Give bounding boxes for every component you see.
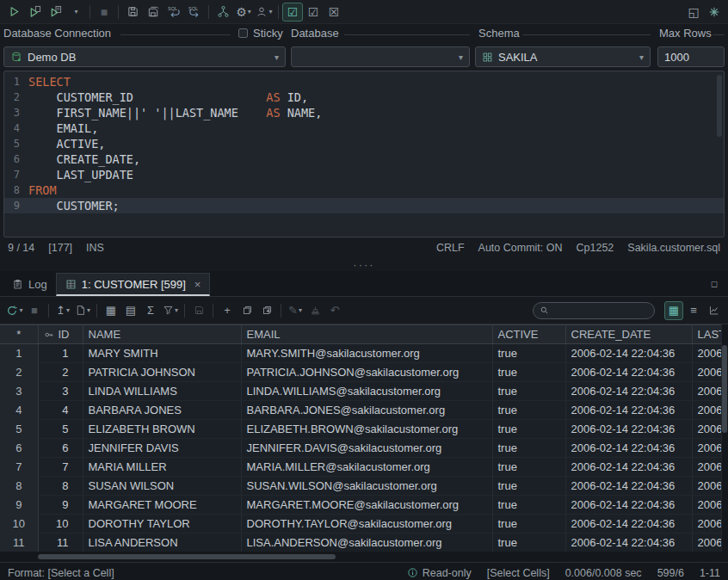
run-options-button[interactable]: ▾ <box>65 3 86 22</box>
copy-row-button[interactable] <box>238 302 256 319</box>
editor-vertical-scrollbar[interactable] <box>717 75 722 137</box>
active-cell[interactable]: true <box>492 401 565 420</box>
id-cell[interactable]: 1 <box>38 344 83 363</box>
active-cell[interactable]: true <box>492 496 565 515</box>
run-button[interactable] <box>3 3 24 22</box>
stop-button[interactable]: ■ <box>94 3 114 22</box>
header-email[interactable]: EMAIL <box>241 325 492 344</box>
editor-line[interactable]: 2 CUSTOMER_ID AS ID, <box>4 89 724 105</box>
splitter-grip[interactable]: ···· <box>353 258 374 271</box>
id-cell[interactable]: 9 <box>38 496 83 515</box>
editor-line[interactable]: 9 CUSTOMER; <box>4 198 724 213</box>
create-date-cell[interactable]: 2006-02-14 22:04:36 <box>565 382 692 401</box>
table-row[interactable]: 33LINDA WILLIAMSLINDA.WILLIAMS@sakilacus… <box>0 382 728 401</box>
table-row[interactable]: 22PATRICIA JOHNSONPATRICIA.JOHNSON@sakil… <box>0 363 728 382</box>
name-cell[interactable]: LISA ANDERSON <box>83 534 241 552</box>
create-date-cell[interactable]: 2006-02-14 22:04:36 <box>565 420 692 439</box>
name-cell[interactable]: ELIZABETH BROWN <box>83 420 241 439</box>
settings-menu-button[interactable]: ⚙ ▾ <box>233 3 254 22</box>
save-all-button[interactable] <box>143 3 163 22</box>
create-date-cell[interactable]: 2006-02-14 22:04:36 <box>565 363 692 382</box>
run-script-button[interactable] <box>45 3 65 22</box>
connection-fork-button[interactable] <box>213 3 233 22</box>
row-number-cell[interactable]: 8 <box>0 477 38 496</box>
filter-button[interactable]: ▾ <box>161 302 180 319</box>
toggle-result-pane-button[interactable]: ☑ <box>282 3 303 22</box>
header-active[interactable]: ACTIVE <box>492 325 565 344</box>
result-search[interactable] <box>533 302 655 319</box>
header-id[interactable]: ID <box>38 325 83 344</box>
id-cell[interactable]: 8 <box>38 477 83 496</box>
row-number-cell[interactable]: 11 <box>0 534 38 552</box>
grid-display-toggle[interactable]: ▦ <box>664 301 683 320</box>
editor-line[interactable]: 3 FIRST_NAME||' '||LAST_NAME AS NAME, <box>4 105 724 120</box>
email-cell[interactable]: MARIA.MILLER@sakilacustomer.org <box>241 458 492 477</box>
name-cell[interactable]: BARBARA JONES <box>83 401 241 420</box>
row-number-cell[interactable]: 5 <box>0 420 38 439</box>
active-cell[interactable]: true <box>492 515 565 534</box>
verify-button[interactable]: ☑ <box>303 3 324 22</box>
grid-pane-button[interactable]: ▦ <box>102 302 120 319</box>
create-date-cell[interactable]: 2006-02-14 22:04:36 <box>565 458 692 477</box>
email-cell[interactable]: MARGARET.MOORE@sakilacustomer.org <box>241 496 492 515</box>
apply-changes-button[interactable] <box>305 302 324 319</box>
vertical-scrollbar[interactable] <box>721 324 728 552</box>
export-button[interactable]: ↥ ▾ <box>53 302 72 319</box>
sql-editor[interactable]: 1SELECT2 CUSTOMER_ID AS ID,3 FIRST_NAME|… <box>3 71 725 238</box>
header-name[interactable]: NAME <box>83 325 241 344</box>
row-number-cell[interactable]: 10 <box>0 515 38 534</box>
max-rows-input[interactable]: 1000 <box>657 46 725 67</box>
editor-line[interactable]: 1SELECT <box>4 74 724 89</box>
active-cell[interactable]: true <box>492 477 565 496</box>
row-number-cell[interactable]: 6 <box>0 439 38 458</box>
create-date-cell[interactable]: 2006-02-14 22:04:36 <box>565 439 692 458</box>
active-cell[interactable]: true <box>492 344 565 363</box>
id-cell[interactable]: 6 <box>38 439 83 458</box>
text-pane-button[interactable]: ▤ <box>121 302 140 319</box>
create-date-cell[interactable]: 2006-02-14 22:04:36 <box>565 401 692 420</box>
encoding[interactable]: Cp1252 <box>577 242 614 254</box>
schema-select[interactable]: SAKILA ▾ <box>475 46 651 67</box>
id-cell[interactable]: 5 <box>38 420 83 439</box>
row-number-cell[interactable]: 1 <box>0 344 38 363</box>
name-cell[interactable]: JENNIFER DAVIS <box>83 439 241 458</box>
active-cell[interactable]: true <box>492 534 565 552</box>
aggregate-pane-button[interactable]: Σ <box>141 302 160 319</box>
create-date-cell[interactable]: 2006-02-14 22:04:36 <box>565 477 692 496</box>
preferences-button[interactable] <box>704 3 725 22</box>
tab-log[interactable]: Log <box>3 273 56 296</box>
autocommit-status[interactable]: Auto Commit: ON <box>478 242 563 254</box>
email-cell[interactable]: DOROTHY.TAYLOR@sakilacustomer.org <box>241 515 492 534</box>
editor-line[interactable]: 8FROM <box>4 182 724 198</box>
table-row[interactable]: 44BARBARA JONESBARBARA.JONES@sakilacusto… <box>0 401 728 420</box>
table-row[interactable]: 1010DOROTHY TAYLORDOROTHY.TAYLOR@sakilac… <box>0 515 728 534</box>
editor-line[interactable]: 4 EMAIL, <box>4 120 724 136</box>
header-create-date[interactable]: CREATE_DATE <box>565 325 692 344</box>
create-date-cell[interactable]: 2006-02-14 22:04:36 <box>565 496 692 515</box>
save-result-button[interactable] <box>189 302 208 319</box>
database-select[interactable]: ▾ <box>291 46 470 67</box>
add-row-button[interactable]: + <box>218 302 237 319</box>
active-cell[interactable]: true <box>492 439 565 458</box>
name-cell[interactable]: MARGARET MOORE <box>83 496 241 515</box>
active-cell[interactable]: true <box>492 458 565 477</box>
record-display-toggle[interactable]: ≡ <box>684 302 703 319</box>
email-cell[interactable]: BARBARA.JONES@sakilacustomer.org <box>241 401 492 420</box>
table-row[interactable]: 77MARIA MILLERMARIA.MILLER@sakilacustome… <box>0 458 728 477</box>
name-cell[interactable]: DOROTHY TAYLOR <box>83 515 241 534</box>
create-date-cell[interactable]: 2006-02-14 22:04:36 <box>565 344 692 363</box>
sql-undo-button[interactable]: SQL <box>163 3 184 22</box>
create-date-cell[interactable]: 2006-02-14 22:04:36 <box>565 515 692 534</box>
row-number-cell[interactable]: 4 <box>0 401 38 420</box>
name-cell[interactable]: MARY SMITH <box>83 344 241 363</box>
line-ending[interactable]: CRLF <box>436 242 465 254</box>
revert-changes-button[interactable]: ↶ <box>325 302 344 319</box>
horizontal-scrollbar-thumb[interactable] <box>38 554 336 559</box>
tab-result-customer[interactable]: 1: CUSTOMER [599] × <box>56 273 211 296</box>
panel-splitter[interactable]: ···· <box>0 258 728 271</box>
id-cell[interactable]: 7 <box>38 458 83 477</box>
editor-line[interactable]: 5 ACTIVE, <box>4 136 724 151</box>
table-row[interactable]: 1111LISA ANDERSONLISA.ANDERSON@sakilacus… <box>0 534 728 552</box>
row-number-cell[interactable]: 3 <box>0 382 38 401</box>
id-cell[interactable]: 2 <box>38 363 83 382</box>
